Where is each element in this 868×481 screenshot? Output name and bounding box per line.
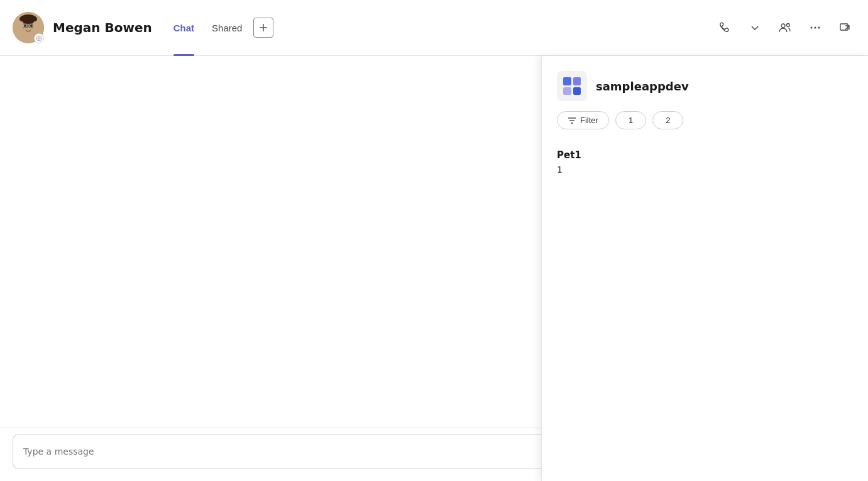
main-area: sampleappdev Filter 1 2 Pet1 1: [0, 56, 868, 481]
svg-rect-21: [840, 24, 848, 30]
plus-icon: [259, 23, 268, 32]
filter-tab-1[interactable]: 1: [615, 111, 646, 129]
popup-panel: sampleappdev Filter 1 2 Pet1 1: [541, 56, 868, 481]
svg-point-3: [24, 24, 26, 27]
svg-line-22: [845, 26, 849, 30]
svg-point-20: [818, 27, 820, 29]
call-icon[interactable]: [715, 18, 735, 38]
people-icon[interactable]: [775, 18, 795, 38]
svg-point-19: [815, 27, 816, 29]
chevron-down-icon[interactable]: [745, 18, 765, 38]
avatar-wrap: [13, 12, 44, 43]
svg-rect-9: [19, 21, 23, 29]
tab-bar: Chat Shared: [165, 0, 274, 56]
filter-tab-2[interactable]: 2: [652, 111, 683, 129]
svg-rect-10: [33, 21, 37, 29]
avatar-status-badge: [34, 33, 44, 43]
tab-shared[interactable]: Shared: [203, 0, 251, 56]
user-name: Megan Bowen: [53, 20, 152, 35]
popout-icon[interactable]: [835, 18, 855, 38]
svg-point-16: [781, 24, 785, 28]
app-icon: [557, 71, 587, 101]
header: Megan Bowen Chat Shared: [0, 0, 868, 56]
svg-point-18: [811, 27, 813, 29]
add-tab-button[interactable]: [253, 18, 273, 38]
popup-header: sampleappdev: [542, 56, 868, 111]
record-value: 1: [557, 165, 853, 175]
header-actions: [715, 18, 855, 38]
filter-icon: [568, 116, 576, 125]
app-title: sampleappdev: [596, 80, 689, 93]
record-item: Pet1 1: [557, 149, 853, 175]
popup-content: Pet1 1: [542, 139, 868, 481]
filter-button[interactable]: Filter: [557, 111, 609, 129]
record-title: Pet1: [557, 149, 853, 161]
svg-point-17: [787, 24, 790, 27]
tab-chat[interactable]: Chat: [165, 0, 203, 56]
svg-point-4: [30, 24, 33, 27]
popup-filters: Filter 1 2: [542, 111, 868, 139]
more-options-icon[interactable]: [805, 18, 825, 38]
